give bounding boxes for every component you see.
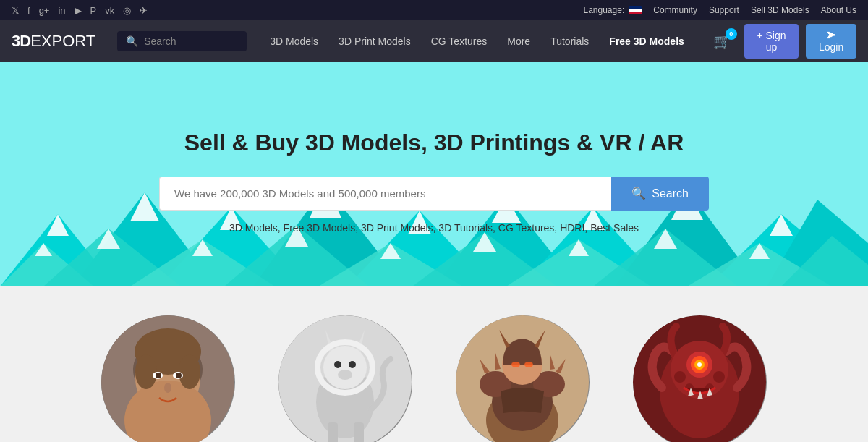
cart-badge: 0	[726, 28, 737, 40]
nav-search-box[interactable]: 🔍	[117, 31, 247, 51]
product-card-face[interactable]	[101, 315, 235, 442]
hero-search-label: Search	[652, 187, 689, 200]
product-image-warrior	[456, 315, 590, 442]
nav-links-group: 3D Models 3D Print Models CG Textures Mo…	[261, 30, 693, 53]
telegram-icon[interactable]: ✈	[140, 5, 148, 16]
svg-point-69	[349, 361, 356, 368]
svg-point-66	[323, 346, 367, 389]
product-image-monster	[633, 315, 767, 442]
language-selector[interactable]: Language:	[583, 5, 642, 15]
svg-rect-71	[328, 422, 338, 442]
site-logo[interactable]: 3D EXPORT	[12, 32, 95, 51]
logo-3d: 3D	[12, 32, 30, 51]
svg-point-70	[338, 370, 352, 380]
product-card-creature[interactable]	[278, 315, 412, 442]
top-bar: 𝕏 f g+ in ▶ P vk ◎ ✈ Language: Community…	[0, 0, 868, 20]
nav-right-actions: 🛒 0 + Sign up ⮞ Login	[707, 24, 856, 59]
linkedin-icon[interactable]: in	[58, 5, 65, 16]
sell-3d-link[interactable]: Sell 3D Models	[751, 5, 809, 15]
hero-section: Sell & Buy 3D Models, 3D Printings & VR …	[0, 62, 868, 286]
svg-point-60	[176, 373, 182, 378]
product-card-warrior[interactable]	[456, 315, 590, 442]
youtube-icon[interactable]: ▶	[75, 5, 82, 16]
signup-button[interactable]: + Sign up	[744, 24, 799, 59]
twitter-icon[interactable]: 𝕏	[12, 5, 19, 16]
google-plus-icon[interactable]: g+	[39, 5, 50, 16]
svg-point-55	[135, 354, 157, 389]
svg-point-59	[156, 373, 161, 378]
svg-point-93	[697, 362, 702, 367]
search-icon: 🔍	[631, 187, 646, 200]
svg-point-68	[334, 361, 341, 368]
product-image-creature	[278, 315, 412, 442]
nav-more[interactable]: More	[498, 30, 539, 53]
flag-icon	[629, 6, 642, 14]
social-icons-group: 𝕏 f g+ in ▶ P vk ◎ ✈	[12, 5, 148, 16]
hero-title: Sell & Buy 3D Models, 3D Printings & VR …	[184, 129, 684, 156]
vk-icon[interactable]: vk	[105, 5, 114, 16]
nav-3d-print[interactable]: 3D Print Models	[330, 30, 420, 53]
nav-3d-models[interactable]: 3D Models	[261, 30, 327, 53]
nav-cg-textures[interactable]: CG Textures	[422, 30, 496, 53]
svg-point-84	[524, 362, 533, 367]
search-icon: 🔍	[126, 35, 138, 47]
svg-point-95	[713, 371, 725, 383]
nav-search-input[interactable]	[144, 35, 238, 47]
language-label: Language:	[583, 5, 624, 15]
facebook-icon[interactable]: f	[27, 5, 30, 16]
nav-free-3d[interactable]: Free 3D Models	[600, 30, 692, 53]
community-link[interactable]: Community	[653, 5, 697, 15]
hero-search-button[interactable]: 🔍 Search	[611, 177, 709, 211]
top-right-nav: Language: Community Support Sell 3D Mode…	[583, 5, 856, 15]
support-link[interactable]: Support	[709, 5, 739, 15]
hero-search-bar: 🔍 Search	[159, 177, 709, 211]
instagram-icon[interactable]: ◎	[123, 5, 131, 16]
login-button[interactable]: ⮞ Login	[806, 24, 856, 59]
hero-search-input[interactable]	[159, 177, 611, 211]
svg-rect-72	[354, 422, 364, 442]
products-section	[0, 286, 868, 442]
pinterest-icon[interactable]: P	[90, 5, 97, 16]
cart-button[interactable]: 🛒 0	[707, 30, 737, 53]
logo-export: EXPORT	[30, 32, 95, 51]
svg-point-56	[179, 354, 200, 389]
product-image-face	[101, 315, 235, 442]
svg-point-94	[674, 371, 686, 383]
about-link[interactable]: About Us	[821, 5, 856, 15]
svg-point-83	[511, 362, 520, 367]
hero-links: 3D Models, Free 3D Models, 3D Print Mode…	[229, 222, 639, 234]
svg-point-61	[164, 383, 171, 393]
product-card-monster[interactable]	[633, 315, 767, 442]
nav-tutorials[interactable]: Tutorials	[542, 30, 597, 53]
main-navbar: 3D EXPORT 🔍 3D Models 3D Print Models CG…	[0, 20, 868, 62]
